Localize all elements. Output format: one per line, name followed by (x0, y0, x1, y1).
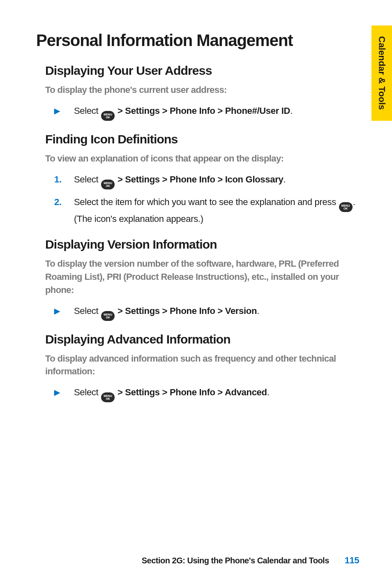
step-text-before: Select (74, 174, 101, 184)
section-heading: Displaying Version Information (36, 238, 359, 251)
section-advanced-info: Displaying Advanced Information To displ… (36, 332, 359, 403)
footer-text: Section 2G: Using the Phone's Calendar a… (142, 556, 329, 565)
triangle-bullet-icon: ▶ (54, 104, 74, 117)
side-tab-label: Calendar & Tools (376, 36, 387, 110)
step-text-before: Select (74, 387, 101, 397)
menu-ok-label: MENUOK (104, 113, 112, 119)
step-text-before: Select the item for which you want to se… (74, 197, 339, 207)
step: ▶ Select MENUOK > Settings > Phone Info … (36, 304, 359, 321)
section-icon-definitions: Finding Icon Definitions To view an expl… (36, 132, 359, 226)
menu-ok-label: MENUOK (104, 182, 112, 187)
step-text-before: Select (74, 306, 101, 316)
section-heading: Finding Icon Definitions (36, 132, 359, 146)
step: 2. Select the item for which you want to… (36, 195, 359, 226)
section-intro: To view an explanation of icons that app… (36, 152, 359, 165)
step-content: Select MENUOK > Settings > Phone Info > … (74, 173, 359, 189)
menu-ok-label: MENUOK (104, 394, 112, 400)
step: 1. Select MENUOK > Settings > Phone Info… (36, 173, 359, 189)
section-intro: To display the version number of the sof… (36, 257, 359, 297)
step-text-bold: > Settings > Phone Info > Advanced (115, 387, 267, 397)
step-text-bold: > Settings > Phone Info > Icon Glossary (115, 174, 283, 184)
step: ▶ Select MENUOK > Settings > Phone Info … (36, 385, 359, 402)
menu-ok-icon: MENUOK (101, 111, 115, 121)
step-text-after: . (267, 387, 270, 397)
footer: Section 2G: Using the Phone's Calendar a… (0, 555, 392, 566)
page-title: Personal Information Management (36, 31, 359, 50)
step-content: Select MENUOK > Settings > Phone Info > … (74, 304, 359, 321)
step-text-bold: > Settings > Phone Info > Phone#/User ID (115, 106, 290, 116)
section-intro: To display the phone's current user addr… (36, 83, 359, 97)
step-number: 1. (54, 173, 74, 187)
step-text-bold: > Settings > Phone Info > Version (115, 306, 257, 316)
step-text-before: Select (74, 106, 101, 116)
step-content: Select MENUOK > Settings > Phone Info > … (74, 104, 359, 121)
triangle-bullet-icon: ▶ (54, 385, 74, 399)
menu-ok-icon: MENUOK (101, 392, 115, 402)
step-number: 2. (54, 195, 74, 209)
triangle-bullet-icon: ▶ (54, 304, 74, 317)
menu-ok-label: MENUOK (341, 204, 350, 210)
footer-page-number: 115 (345, 555, 359, 566)
step-content: Select MENUOK > Settings > Phone Info > … (74, 385, 359, 402)
section-version-info: Displaying Version Information To displa… (36, 238, 359, 321)
page: Calendar & Tools Personal Information Ma… (0, 0, 392, 588)
menu-ok-icon: MENUOK (339, 202, 353, 212)
step-content: Select the item for which you want to se… (74, 195, 359, 226)
step-text-after: . (257, 306, 259, 316)
menu-ok-icon: MENUOK (101, 311, 115, 321)
menu-ok-icon: MENUOK (101, 180, 115, 189)
section-heading: Displaying Advanced Information (36, 332, 359, 346)
step-text-after: . (290, 106, 293, 116)
step: ▶ Select MENUOK > Settings > Phone Info … (36, 104, 359, 121)
section-heading: Displaying Your User Address (36, 64, 359, 78)
section-user-address: Displaying Your User Address To display … (36, 64, 359, 121)
section-intro: To display advanced information such as … (36, 352, 359, 378)
step-text-after: . (283, 174, 286, 184)
menu-ok-label: MENUOK (104, 313, 112, 319)
side-tab: Calendar & Tools (371, 25, 392, 121)
